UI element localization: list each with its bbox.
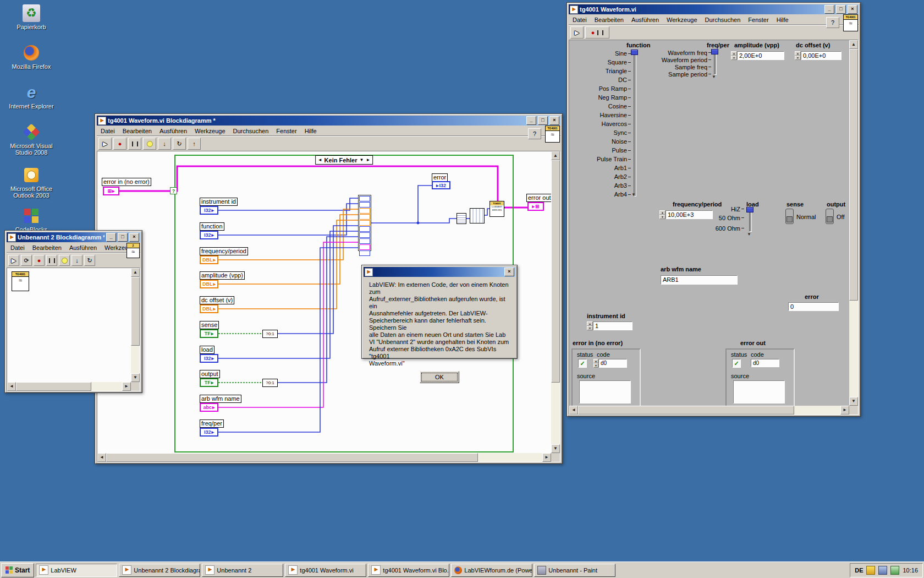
scroll-down-icon[interactable]: ▼: [131, 373, 140, 382]
abort-button[interactable]: ●: [34, 255, 45, 266]
convert-errors-subvi[interactable]: TG4001 CONVERT ERRORS: [490, 201, 504, 217]
terminal-label[interactable]: instrument id: [200, 198, 238, 206]
load-dropdown-icon[interactable]: ▼: [747, 232, 751, 237]
terminal-dc-offset[interactable]: DBL▸: [200, 304, 218, 313]
taskbar-button-unbenannt2[interactable]: ▶ Unbenannt 2: [202, 564, 283, 577]
function-item[interactable]: Arb1: [574, 163, 631, 172]
tray-icon[interactable]: [878, 566, 887, 575]
taskbar-button-tg4001-waveform[interactable]: ▶ tg4001 Waveform.vi: [285, 564, 366, 577]
case-dropdown-icon[interactable]: ▼: [359, 157, 364, 162]
decrement-icon[interactable]: ▼: [659, 215, 666, 219]
decrement-icon[interactable]: ▼: [795, 56, 801, 60]
taskbar-button-labviewforum[interactable]: LabVIEWforum.de (Powe...: [451, 564, 532, 577]
select-node[interactable]: ?0:1: [262, 330, 278, 338]
freq-per-item[interactable]: Sample period: [656, 70, 711, 78]
maximize-button[interactable]: □: [118, 233, 128, 242]
menu-hilfe[interactable]: Hilfe: [773, 15, 793, 25]
desktop-icon-firefox[interactable]: Mozilla Firefox: [8, 44, 55, 70]
increment-icon[interactable]: ▲: [795, 51, 801, 56]
scroll-down-icon[interactable]: ▼: [849, 397, 858, 406]
freq-per-item[interactable]: Waveform period: [656, 56, 711, 63]
scroll-up-icon[interactable]: ▲: [849, 40, 858, 49]
error-out-label[interactable]: error out: [526, 194, 553, 202]
menu-durchsuchen[interactable]: Durchsuchen: [701, 15, 745, 25]
menu-bearbeiten[interactable]: Bearbeiten: [119, 126, 156, 136]
case-selector-terminal[interactable]: ?: [170, 187, 177, 194]
function-item[interactable]: Triangle: [574, 67, 631, 75]
scroll-right-icon[interactable]: ►: [122, 382, 131, 391]
terminal-output[interactable]: TF▸: [200, 378, 218, 387]
scroll-left-icon[interactable]: ◄: [569, 406, 578, 415]
menu-hilfe[interactable]: Hilfe: [301, 126, 321, 136]
maximize-button[interactable]: □: [836, 5, 846, 14]
horizontal-scrollbar[interactable]: ◄ ►: [97, 453, 551, 462]
error-num-field[interactable]: 0: [788, 302, 839, 311]
terminal-label[interactable]: load: [200, 346, 215, 354]
minimize-button[interactable]: _: [526, 116, 536, 125]
terminal-sense[interactable]: TF▸: [200, 329, 218, 338]
freq-per-slider-knob[interactable]: [711, 49, 718, 54]
step-into-button[interactable]: ↓: [72, 255, 82, 266]
minimize-button[interactable]: _: [824, 5, 834, 14]
menu-datei[interactable]: Datei: [97, 126, 119, 136]
case-next-icon[interactable]: ►: [366, 157, 370, 162]
terminal-label[interactable]: function: [200, 222, 224, 231]
taskbar-button-labview[interactable]: ▶ LabVIEW: [36, 564, 117, 577]
scroll-up-icon[interactable]: ▲: [551, 151, 560, 160]
function-item[interactable]: Pulse: [574, 146, 631, 155]
scroll-left-icon[interactable]: ◄: [97, 453, 106, 462]
tray-icon[interactable]: [890, 566, 899, 575]
menu-ausfuehren[interactable]: Ausführen: [156, 126, 191, 136]
menu-bearbeiten[interactable]: Bearbeiten: [29, 243, 65, 253]
vi-corner-icon[interactable]: 2 ≈: [127, 243, 140, 258]
function-item[interactable]: Square: [574, 58, 631, 67]
scroll-right-icon[interactable]: ►: [840, 406, 849, 415]
function-dropdown-icon[interactable]: ▼: [631, 192, 636, 197]
increment-icon[interactable]: ▲: [659, 210, 666, 215]
error-indicator-label[interactable]: error: [432, 173, 448, 182]
decrement-icon[interactable]: ▼: [587, 326, 593, 330]
terminal-label[interactable]: output: [200, 370, 220, 378]
function-item[interactable]: Noise: [574, 137, 631, 146]
desktop-icon-visual-studio[interactable]: Microsoft Visual Studio 2008: [8, 123, 55, 156]
help-button[interactable]: ?: [528, 128, 541, 139]
arb-wfm-name-field[interactable]: ARB1: [661, 275, 738, 285]
function-item[interactable]: Cosine: [574, 102, 631, 111]
highlight-execution-button[interactable]: [59, 255, 70, 266]
decrement-icon[interactable]: ▼: [731, 56, 737, 60]
dc-offset-control[interactable]: ▲▼ 0,00E+0: [795, 51, 842, 60]
abort-button[interactable]: ●: [113, 138, 127, 150]
unbenannt2-canvas[interactable]: TG4001 ≈ ▲ ▼ ◄ ►: [7, 268, 140, 391]
terminal-freq-per[interactable]: I32▸: [200, 428, 218, 437]
step-over-button[interactable]: ↻: [84, 255, 95, 266]
terminal-label[interactable]: amplitude (vpp): [200, 271, 245, 280]
scrollbar-thumb[interactable]: [16, 382, 91, 391]
help-button[interactable]: ?: [826, 17, 839, 28]
menu-ausfuehren[interactable]: Ausführen: [65, 243, 101, 253]
dc-offset-value[interactable]: 0,00E+0: [801, 51, 842, 60]
error-in-label[interactable]: error in (no error): [102, 178, 151, 186]
maximize-button[interactable]: □: [538, 116, 548, 125]
close-button[interactable]: ×: [549, 116, 559, 125]
function-slider-knob[interactable]: [631, 50, 638, 55]
taskbar-button-unbenannt2-blockdiagramm[interactable]: ▶ Unbenannt 2 Blockdiagra...: [119, 564, 200, 577]
error-out-code-value[interactable]: d0: [751, 359, 779, 367]
terminal-label[interactable]: sense: [200, 321, 219, 329]
diagram-node[interactable]: [457, 213, 466, 224]
diagram-node[interactable]: [470, 208, 485, 223]
menu-werkzeuge[interactable]: Werkzeuge: [191, 126, 229, 136]
function-slider-rail[interactable]: [634, 51, 636, 197]
menu-werkzeuge[interactable]: Werkzeuge: [663, 15, 701, 25]
vi-corner-icon[interactable]: TG4001 ≈: [545, 126, 560, 143]
step-into-button[interactable]: ↓: [158, 138, 171, 150]
terminal-instrument-id[interactable]: I32▸: [200, 206, 218, 215]
ok-button[interactable]: OK: [420, 371, 459, 383]
desktop-icon-recycle-bin[interactable]: ♻ Papierkorb: [8, 4, 55, 30]
function-item[interactable]: Arb2: [574, 172, 631, 181]
terminal-label[interactable]: arb wfm name: [200, 395, 241, 403]
run-button[interactable]: ▶: [8, 255, 19, 266]
amplitude-value[interactable]: 2,00E+0: [737, 51, 784, 60]
close-button[interactable]: ×: [129, 233, 139, 242]
instrument-id-value[interactable]: 1: [593, 321, 632, 330]
pause-button[interactable]: [128, 138, 141, 150]
